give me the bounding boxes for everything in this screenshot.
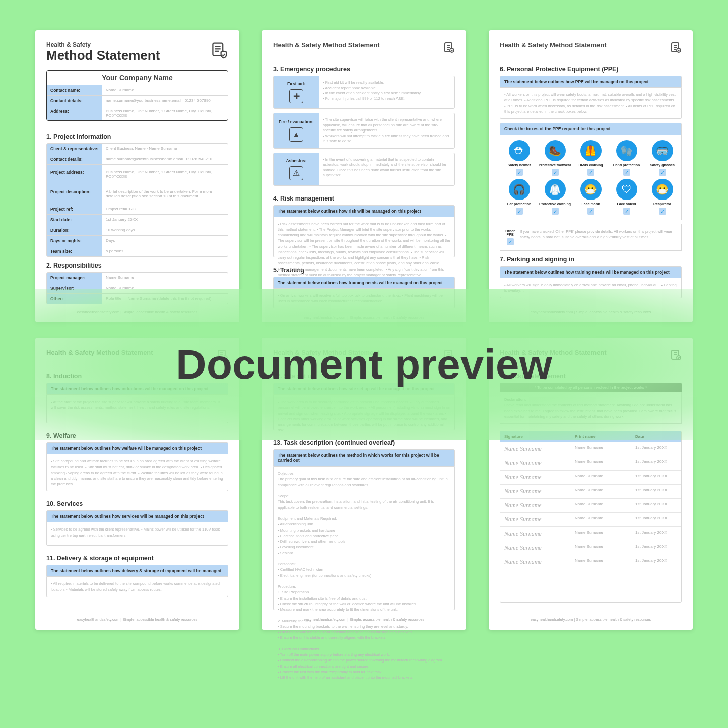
document-shield-icon xyxy=(210,41,228,59)
page-2: Health & Safety Method Statement 3. Emer… xyxy=(262,30,466,322)
ppe-item: 🥾 Protective footwear ✓ xyxy=(538,140,572,176)
parking-band: The statement below outlines how trainin… xyxy=(500,266,682,278)
table-row: Days or nights: Days xyxy=(47,235,228,246)
signature-rows: Name Surname Name Surname 1st January 20… xyxy=(500,442,681,602)
ppe-checkbox[interactable]: ✓ xyxy=(516,169,523,176)
emergency-icon: ✚ xyxy=(289,89,303,103)
table-row: Project ref: Project ref#0123 xyxy=(47,204,228,214)
page-footer: easyhealthandsafety.com | Simple, access… xyxy=(500,307,682,314)
company-box: Your Company Name Contact name: Name Sur… xyxy=(46,70,228,121)
page-runner: Health & Safety Method Statement xyxy=(500,41,607,49)
page-footer: easyhealthandsafety.com | Simple, access… xyxy=(46,614,228,622)
ppe-item: 😷 Face mask ✓ xyxy=(574,179,608,215)
emergency-icon: ▲ xyxy=(289,127,303,142)
signature-table: Signature Print name Date Name Surname N… xyxy=(500,431,682,603)
training-band: The statement below outlines how trainin… xyxy=(273,277,455,289)
company-title: Your Company Name xyxy=(47,71,228,85)
table-row xyxy=(500,580,681,591)
section-13-heading: 13. Task description (continued overleaf… xyxy=(273,439,455,446)
ppe-item: 🧤 Hand protection ✓ xyxy=(610,140,643,176)
section-11-heading: 11. Delivery & storage of equipment xyxy=(46,555,228,562)
table-row: Client & representative: Client Business… xyxy=(47,144,228,154)
ppe-item: ⛑ Safety helmet ✓ xyxy=(502,140,536,176)
emergency-item: Fire / evacuation: ▲ • The site supervis… xyxy=(273,113,455,149)
declaration-body: Declaration: I have read and understood … xyxy=(500,392,682,424)
table-row: Name Surname Name Surname 1st January 20… xyxy=(500,470,681,484)
ppe-checkbox[interactable]: ✓ xyxy=(623,208,630,215)
risk-band: The statement below outlines how risk wi… xyxy=(273,205,455,217)
responsibilities-table: Project manager: Name Surname Supervisor… xyxy=(46,272,228,304)
table-row: Name Surname Name Surname 1st January 20… xyxy=(500,442,681,456)
ppe-checkbox[interactable]: ✓ xyxy=(552,169,559,176)
ppe-item: 🦺 Hi-vis clothing ✓ xyxy=(574,140,608,176)
overlay-title: Document preview xyxy=(0,340,728,388)
section-1-heading: 1. Project information xyxy=(46,133,228,140)
ppe-other-text: If you have checked 'Other PPE' please p… xyxy=(520,229,676,240)
table-row: Name Surname Name Surname 1st January 20… xyxy=(500,526,681,541)
page-footer: easyhealthandsafety.com | Simple, access… xyxy=(500,614,682,622)
ppe-other-check[interactable]: ✓ xyxy=(507,238,514,245)
ppe-icon: 😷 xyxy=(580,179,602,200)
parking-body: • All workers will sign in daily immedia… xyxy=(500,278,682,298)
table-row: Address: Business Name, Unit Number, 1 S… xyxy=(47,106,228,120)
emergency-list: First aid: ✚ • First aid kit will be rea… xyxy=(273,76,455,190)
ppe-band-b: Check the boxes of the PPE required for … xyxy=(500,123,682,135)
company-rows: Contact name: Name Surname Contact detai… xyxy=(47,85,228,120)
ppe-other-row: Other PPE ✓ If you have checked 'Other P… xyxy=(500,224,682,251)
training-body: • On arrival, workers will receive a ful… xyxy=(273,289,455,309)
table-row: Name Surname Name Surname 1st January 20… xyxy=(500,498,681,512)
ppe-checkbox[interactable]: ✓ xyxy=(659,208,666,215)
ppe-grid: ⛑ Safety helmet ✓ 🥾 Protective footwear … xyxy=(500,135,682,220)
document-icon xyxy=(443,41,455,53)
ppe-icon: 🧤 xyxy=(616,140,637,161)
emergency-item: Asbestos: ⚠ • In the event of discoverin… xyxy=(273,153,455,186)
ppe-checkbox[interactable]: ✓ xyxy=(516,208,523,215)
ppe-icon: 🥽 xyxy=(652,140,673,161)
table-row: Name Surname Name Surname 1st January 20… xyxy=(500,555,681,569)
table-row: Project manager: Name Surname xyxy=(47,273,228,283)
ppe-item: 🛡 Face shield ✓ xyxy=(610,179,643,215)
ppe-checkbox[interactable]: ✓ xyxy=(623,169,630,176)
ppe-icon: 🛡 xyxy=(616,179,637,200)
ppe-icon: 😷 xyxy=(652,179,673,200)
table-row: Other: Role title — Name Surname (delete… xyxy=(47,293,228,304)
table-row: Contact details: name.surname@yourbusine… xyxy=(47,95,228,106)
section-7-heading: 7. Parking and signing in xyxy=(500,256,682,263)
section-10-heading: 10. Services xyxy=(46,500,228,507)
section-3-heading: 3. Emergency procedures xyxy=(273,65,455,73)
table-row: Contact details: name.surname@clientbusi… xyxy=(47,154,228,164)
page-footer: easyhealthandsafety.com | Simple, access… xyxy=(46,307,228,314)
ppe-item: 😷 Respirator ✓ xyxy=(645,179,679,215)
table-row: Supervisor: Name Surname xyxy=(47,283,228,293)
table-row: Name Surname Name Surname 1st January 20… xyxy=(500,541,681,555)
page-3: Health & Safety Method Statement 6. Pers… xyxy=(489,30,693,322)
ppe-checkbox[interactable]: ✓ xyxy=(587,169,594,176)
table-row: Contact name: Name Surname xyxy=(47,85,228,95)
section-2-heading: 2. Responsibilities xyxy=(46,262,228,269)
ppe-checkbox[interactable]: ✓ xyxy=(659,169,666,176)
table-row: Project address: Business Name, Unit Num… xyxy=(47,164,228,184)
page-footer: easyhealthandsafety.com | Simple, access… xyxy=(273,312,455,320)
ppe-checkbox[interactable]: ✓ xyxy=(552,208,559,215)
ppe-icon: 🦺 xyxy=(580,140,602,161)
signature-header: Signature Print name Date xyxy=(500,431,681,442)
ppe-band-a: The statement below outlines how PPE wil… xyxy=(500,76,682,88)
section-6-heading: 6. Personal Protective Equipment (PPE) xyxy=(500,65,682,73)
table-row: Project description: A brief description… xyxy=(47,184,228,204)
table-row: Name Surname Name Surname 1st January 20… xyxy=(500,456,681,470)
section-9-heading: 9. Welfare xyxy=(46,432,228,439)
ppe-checkbox[interactable]: ✓ xyxy=(587,208,594,215)
risk-body: • Risk assessments have been carried out… xyxy=(273,217,455,257)
ppe-icon: ⛑ xyxy=(509,140,530,161)
emergency-icon: ⚠ xyxy=(289,166,303,180)
page-1: Health & Safety Method Statement Your Co… xyxy=(35,30,239,322)
table-row xyxy=(500,591,681,602)
page-runner: Health & Safety Method Statement xyxy=(273,41,380,49)
project-info-table: Client & representative: Client Business… xyxy=(46,143,228,257)
table-row: Duration: 10 working days xyxy=(47,225,228,235)
page-title: Method Statement xyxy=(46,48,160,63)
ppe-icon: 🥼 xyxy=(545,179,566,200)
section-4-heading: 4. Risk management xyxy=(273,195,455,202)
ppe-item: 🎧 Ear protection ✓ xyxy=(502,179,536,215)
ppe-item: 🥽 Safety glasses ✓ xyxy=(645,140,679,176)
